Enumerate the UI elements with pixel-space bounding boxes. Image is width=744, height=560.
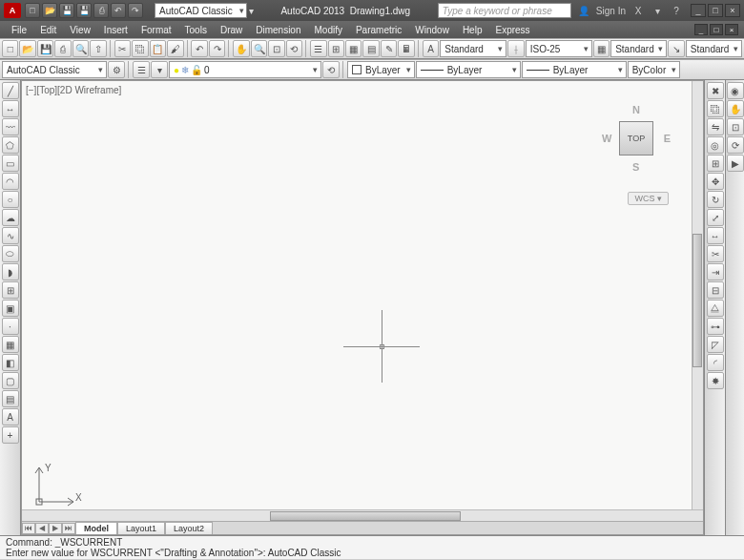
pan-nav-icon[interactable]: ✋ [727,100,744,117]
new-button[interactable]: □ [2,40,18,57]
menu-tools[interactable]: Tools [179,25,213,35]
window-close-button[interactable]: × [725,4,740,17]
erase-tool[interactable]: ✖ [707,82,724,99]
publish-button[interactable]: ⇧ [90,40,106,57]
scale-tool[interactable]: ⤢ [707,209,724,226]
stretch-tool[interactable]: ↔ [707,227,724,244]
dim-style-combo[interactable]: ISO-25 [526,40,592,57]
viewcube-east[interactable]: E [664,133,671,144]
region-tool[interactable]: ▢ [2,372,19,389]
qat-redo-icon[interactable]: ↷ [128,3,143,18]
design-center-button[interactable]: ⊞ [328,40,344,57]
zoom-realtime-button[interactable]: 🔍 [251,40,267,57]
wcs-indicator[interactable]: WCS ▾ [628,192,669,205]
plotstyle-combo[interactable]: ByColor [628,61,681,78]
layer-previous-button[interactable]: ⟲ [322,61,340,78]
menu-insert[interactable]: Insert [98,25,134,35]
tab-nav-first[interactable]: ⏮ [22,523,35,534]
polygon-tool[interactable]: ⬠ [2,136,19,154]
rotate-tool[interactable]: ↻ [707,191,724,208]
menu-help[interactable]: Help [457,25,488,35]
arc-tool[interactable]: ◠ [2,173,19,190]
tab-layout1[interactable]: Layout1 [117,522,165,534]
menu-express[interactable]: Express [489,25,535,35]
rectangle-tool[interactable]: ▭ [2,155,19,172]
vertical-scrollbar[interactable] [692,81,703,509]
hatch-tool[interactable]: ▦ [2,336,19,353]
polyline-tool[interactable]: 〰 [2,118,19,135]
break-at-point-tool[interactable]: ⊟ [707,281,724,299]
move-tool[interactable]: ✥ [707,173,724,190]
matchprop-button[interactable]: 🖌 [167,40,183,57]
linetype-combo[interactable]: ByLayer [416,61,521,78]
trim-tool[interactable]: ✂ [707,245,724,262]
zoom-extents-icon[interactable]: ⊡ [727,118,744,135]
ellipse-tool[interactable]: ⬭ [2,245,19,262]
doc-maximize-button[interactable]: □ [710,24,723,35]
array-tool[interactable]: ⊞ [707,155,724,172]
zoom-previous-button[interactable]: ⟲ [286,40,302,57]
undo-button[interactable]: ↶ [191,40,207,57]
quickcalc-button[interactable]: 🖩 [398,40,414,57]
exchange-icon[interactable]: X [631,4,645,17]
extend-tool[interactable]: ⇥ [707,263,724,280]
signin-person-icon[interactable]: 👤 [577,4,590,17]
qat-new-icon[interactable]: □ [25,3,40,18]
app-icon[interactable]: A [4,3,21,18]
workspace-combo-2[interactable]: AutoCAD Classic [2,61,107,78]
paste-button[interactable]: 📋 [150,40,166,57]
construction-line-tool[interactable]: ↔ [2,100,19,117]
redo-button[interactable]: ↷ [209,40,225,57]
qat-save-icon[interactable]: 💾 [59,3,74,18]
sheet-set-button[interactable]: ▤ [362,40,379,57]
color-combo[interactable]: ByLayer [347,61,415,78]
explode-tool[interactable]: ✸ [707,372,724,389]
workspace-selector[interactable]: AutoCAD Classic [155,3,247,18]
cut-button[interactable]: ✂ [114,40,131,57]
break-tool[interactable]: ⧋ [707,300,724,317]
signin-label[interactable]: Sign In [596,6,626,16]
insert-block-tool[interactable]: ⊞ [2,281,19,299]
steering-wheel-icon[interactable]: ◉ [727,82,744,99]
fillet-tool[interactable]: ◜ [707,354,724,371]
annotation-scale-button[interactable]: A [423,40,439,57]
plot-preview-button[interactable]: 🔍 [72,40,89,57]
menu-window[interactable]: Window [409,25,455,35]
workspace-settings-icon[interactable]: ⚙ [108,61,125,78]
spline-tool[interactable]: ∿ [2,227,19,244]
horizontal-scrollbar[interactable] [22,509,703,521]
copy-tool[interactable]: ⿻ [707,100,724,117]
window-minimize-button[interactable]: _ [691,4,706,17]
layer-states-button[interactable]: ▾ [151,61,168,78]
mleader-style-combo[interactable]: Standard [686,40,742,57]
point-tool[interactable]: · [2,318,19,335]
ellipse-arc-tool[interactable]: ◗ [2,263,19,280]
copy-button[interactable]: ⿻ [132,40,148,57]
add-selected-tool[interactable]: + [2,426,19,444]
layer-combo[interactable]: ●❄🔓0 [169,61,321,78]
tab-layout2[interactable]: Layout2 [165,522,213,534]
mirror-tool[interactable]: ⇋ [707,118,724,135]
viewcube-south[interactable]: S [632,161,639,173]
mleaderstyle-icon[interactable]: ↘ [668,40,684,57]
mtext-tool[interactable]: A [2,408,19,425]
menu-modify[interactable]: Modify [309,25,348,35]
viewport-label[interactable]: [−][Top][2D Wireframe] [26,85,121,95]
qat-open-icon[interactable]: 📂 [42,3,57,18]
markup-button[interactable]: ✎ [381,40,397,57]
tab-nav-last[interactable]: ⏭ [62,523,75,534]
revision-cloud-tool[interactable]: ☁ [2,209,19,226]
menu-format[interactable]: Format [135,25,177,35]
open-button[interactable]: 📂 [19,40,35,57]
dimstyle-icon[interactable]: ⟊ [507,40,524,57]
plot-button[interactable]: ⎙ [54,40,71,57]
stayconnected-icon[interactable]: ▾ [651,4,664,17]
help-icon[interactable]: ? [670,4,683,17]
offset-tool[interactable]: ◎ [707,136,724,154]
showmotion-icon[interactable]: ▶ [727,155,744,172]
viewcube-west[interactable]: W [602,133,611,144]
tab-nav-next[interactable]: ▶ [49,523,62,534]
doc-minimize-button[interactable]: _ [694,24,708,35]
viewcube[interactable]: N S E W TOP [598,100,674,176]
table-style-combo[interactable]: Standard [610,40,667,57]
